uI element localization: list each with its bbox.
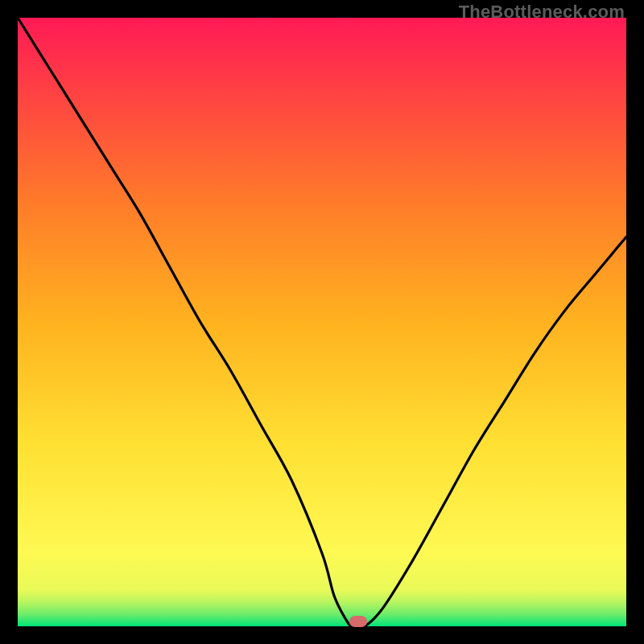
watermark-text: TheBottleneck.com [459, 2, 625, 23]
optimum-marker [349, 616, 367, 627]
bottleneck-curve [18, 18, 626, 626]
chart-frame: TheBottleneck.com [0, 0, 644, 644]
